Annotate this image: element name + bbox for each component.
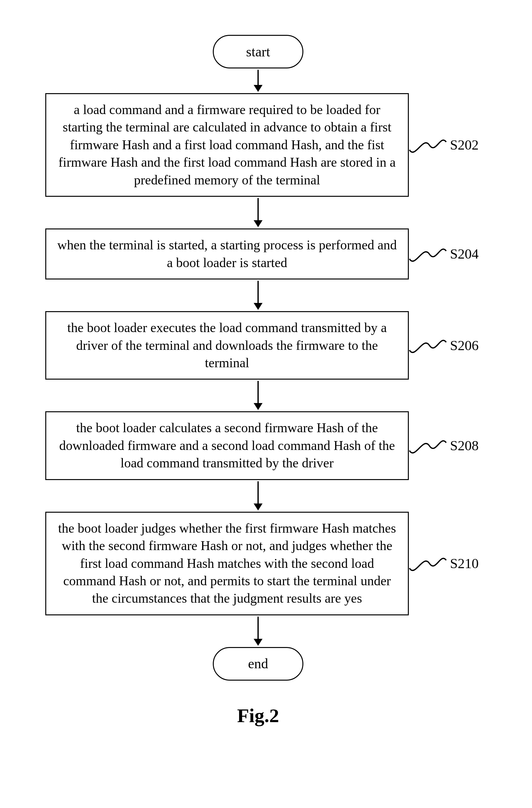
connector-tilde-icon [409, 431, 447, 460]
terminator-start-text: start [246, 44, 270, 60]
connector-tilde-icon [409, 331, 447, 360]
step-row-s202: a load command and a firmware required t… [36, 93, 480, 197]
connector-tilde-icon [409, 240, 447, 269]
step-row-s208: the boot loader calculates a second firm… [36, 411, 480, 480]
arrow [254, 617, 263, 646]
step-label-s202: S202 [450, 137, 478, 153]
arrow [254, 281, 263, 310]
arrow [254, 481, 263, 511]
step-label-s204: S204 [450, 246, 478, 262]
process-box-s204: when the terminal is started, a starting… [45, 228, 409, 279]
figure-caption: Fig.2 [36, 704, 480, 727]
process-box-s210: the boot loader judges whether the first… [45, 512, 409, 616]
terminator-end-text: end [248, 656, 268, 672]
connector-tilde-icon [409, 549, 447, 577]
step-row-s210: the boot loader judges whether the first… [36, 512, 480, 616]
step-label-s208: S208 [450, 438, 478, 454]
terminator-start: start [213, 35, 303, 69]
step-label-s206: S206 [450, 337, 478, 354]
step-row-s204: when the terminal is started, a starting… [36, 228, 480, 279]
process-box-s202: a load command and a firmware required t… [45, 93, 409, 197]
process-text-s206: the boot loader executes the load comman… [68, 320, 387, 370]
arrow [254, 198, 263, 227]
connector-tilde-icon [409, 131, 447, 159]
process-box-s206: the boot loader executes the load comman… [45, 311, 409, 380]
process-box-s208: the boot loader calculates a second firm… [45, 411, 409, 480]
step-row-s206: the boot loader executes the load comman… [36, 311, 480, 380]
flowchart-container: start a load command and a firmware requ… [36, 35, 480, 727]
process-text-s208: the boot loader calculates a second firm… [59, 421, 395, 470]
process-text-s204: when the terminal is started, a starting… [57, 238, 397, 270]
terminator-end: end [213, 647, 303, 681]
arrow [254, 381, 263, 410]
step-label-s210: S210 [450, 555, 478, 572]
arrow [254, 70, 263, 92]
process-text-s210: the boot loader judges whether the first… [58, 521, 396, 606]
process-text-s202: a load command and a firmware required t… [59, 102, 396, 187]
